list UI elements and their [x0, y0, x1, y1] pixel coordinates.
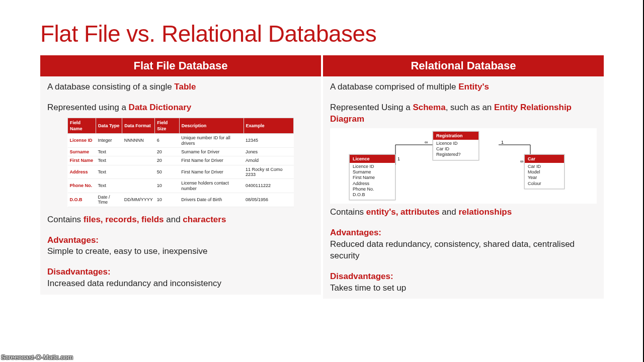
- relational-advantages-label: Advantages:: [330, 227, 597, 239]
- flat-file-advantages-text: Simple to create, easy to use, inexpensi…: [47, 246, 314, 257]
- relational-represented: Represented Using a Schema, such as an E…: [330, 102, 597, 125]
- flat-file-column: Flat File Database A database consisting…: [40, 55, 321, 299]
- flat-file-header: Flat File Database: [40, 55, 321, 76]
- relational-header: Relational Database: [323, 55, 604, 76]
- page-title: Flat File vs. Relational Databases: [40, 20, 604, 47]
- comparison-columns: Flat File Database A database consisting…: [40, 55, 604, 299]
- relational-disadvantages-text: Takes time to set up: [330, 283, 597, 294]
- cardinality-label: ∞: [425, 139, 428, 145]
- relational-advantages-text: Reduced data redundancy, consistency, sh…: [330, 239, 597, 262]
- flat-file-disadvantages-label: Disadvantages:: [47, 266, 314, 278]
- relational-column: Relational Database A database comprised…: [323, 55, 604, 299]
- table-row: License IDIntegerNNNNNN6Unique number ID…: [68, 134, 294, 148]
- table-row: D.O.BDate / TimeDD/MM/YYYY10Drivers Date…: [68, 193, 294, 207]
- entity-relationship-diagram: Licence Licence ID Surname First Name Ad…: [330, 128, 597, 204]
- table-row: Phone No.Text10License holders contact n…: [68, 179, 294, 193]
- relational-contains: Contains entity's, attributes and relati…: [330, 207, 597, 218]
- table-row: SurnameText20Surname for DriverJones: [68, 147, 294, 156]
- entity-car: Car Car ID Model Year Colour: [524, 154, 565, 189]
- table-row: AddressText50First Name for Driver11 Roc…: [68, 165, 294, 179]
- slide: Flat File vs. Relational Databases Flat …: [0, 0, 644, 299]
- entity-licence: Licence Licence ID Surname First Name Ad…: [349, 154, 395, 201]
- data-dictionary-table: Field Name Data Type Data Format Field S…: [67, 118, 294, 207]
- flat-file-definition: A database consisting of a single Table: [47, 81, 314, 93]
- relational-disadvantages-label: Disadvantages:: [330, 271, 597, 283]
- cardinality-label: 1: [501, 139, 504, 145]
- relational-definition: A database comprised of multiple Entity'…: [330, 81, 597, 93]
- cardinality-label: ∞: [520, 158, 523, 164]
- flat-file-contains: Contains files, records, fields and char…: [47, 214, 314, 226]
- flat-file-advantages-label: Advantages:: [47, 235, 314, 246]
- flat-file-body: A database consisting of a single Table …: [40, 76, 321, 295]
- flat-file-represented: Represented using a Data Dictionary: [47, 102, 314, 114]
- entity-registration: Registration Licence ID Car ID Registere…: [433, 131, 479, 160]
- cardinality-label: 1: [397, 156, 400, 162]
- relational-body: A database comprised of multiple Entity'…: [323, 76, 604, 299]
- flat-file-disadvantages-text: Increased data redundancy and inconsiste…: [47, 278, 314, 290]
- table-row: First NameText20First Name for DriverArn…: [68, 156, 294, 165]
- watermark: Screencast-O-Matic.com: [1, 353, 73, 361]
